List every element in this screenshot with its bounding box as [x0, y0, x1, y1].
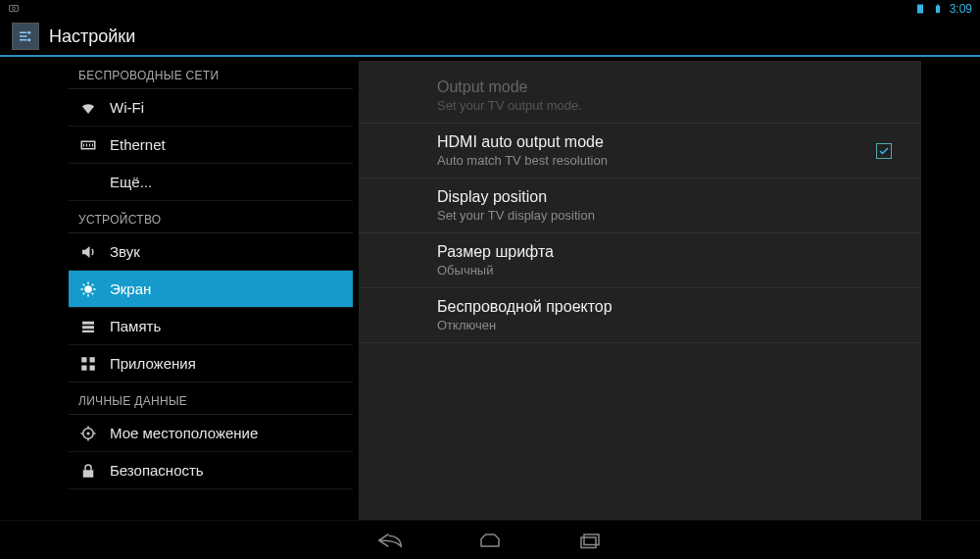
status-bar: 3:09 [0, 0, 980, 18]
settings-sidebar: БЕСПРОВОДНЫЕ СЕТИWi-FiEthernetЕщё...УСТР… [0, 57, 353, 520]
svg-point-8 [84, 285, 92, 293]
detail-item-display-position[interactable]: Display positionSet your TV display posi… [359, 178, 921, 233]
svg-rect-14 [81, 365, 86, 370]
detail-title: HDMI auto output mode [437, 133, 902, 151]
lock-icon [78, 461, 98, 481]
detail-subtitle: Обычный [437, 263, 902, 278]
sd-icon [914, 3, 926, 15]
section-header: БЕСПРОВОДНЫЕ СЕТИ [69, 57, 353, 89]
svg-point-6 [27, 38, 30, 41]
sidebar-item-label: Мое местоположение [110, 425, 258, 441]
detail-item-hdmi-auto[interactable]: HDMI auto output modeAuto match TV best … [359, 124, 921, 178]
sidebar-item-label: Безопасность [110, 462, 204, 479]
svg-rect-12 [81, 357, 86, 362]
svg-rect-15 [90, 365, 95, 370]
clock: 3:09 [950, 2, 972, 16]
svg-rect-4 [937, 4, 939, 5]
ethernet-icon [78, 135, 98, 155]
sidebar-item-label: Ещё... [110, 174, 152, 190]
svg-rect-10 [82, 326, 94, 329]
detail-subtitle: Отключен [437, 318, 902, 332]
sidebar-item-label: Звук [110, 243, 140, 260]
location-icon [78, 424, 98, 443]
detail-title: Output mode [437, 78, 902, 96]
checkbox[interactable] [876, 143, 892, 159]
sidebar-item-display[interactable]: Экран [69, 271, 353, 308]
sidebar-item-ethernet[interactable]: Ethernet [69, 127, 353, 164]
svg-point-5 [27, 31, 30, 34]
wifi-icon [78, 98, 98, 118]
detail-item-font-size[interactable]: Размер шрифтаОбычный [359, 233, 921, 288]
detail-title: Display position [437, 188, 902, 206]
svg-point-17 [87, 432, 90, 434]
svg-rect-11 [82, 330, 94, 331]
page-title: Настройки [49, 26, 135, 47]
detail-title: Беспроводной проектор [437, 298, 902, 316]
svg-rect-18 [83, 470, 94, 478]
sidebar-item-label: Ethernet [110, 136, 166, 153]
svg-rect-9 [82, 321, 94, 324]
sidebar-item-location[interactable]: Мое местоположение [69, 415, 353, 452]
sidebar-item-apps[interactable]: Приложения [69, 345, 353, 382]
sidebar-item-label: Wi-Fi [110, 99, 144, 116]
home-button[interactable] [474, 529, 506, 552]
sidebar-item-label: Экран [110, 280, 151, 297]
svg-rect-13 [90, 357, 95, 362]
display-icon [78, 280, 98, 299]
sidebar-item-sound[interactable]: Звук [69, 233, 353, 271]
sidebar-item-label: Приложения [110, 355, 196, 372]
sidebar-item-wifi[interactable]: Wi-Fi [69, 89, 353, 127]
sidebar-item-label: Память [110, 318, 161, 334]
detail-subtitle: Auto match TV best resolution [437, 153, 902, 168]
back-button[interactable] [374, 529, 406, 552]
detail-item-wireless-display[interactable]: Беспроводной проекторОтключен [359, 288, 921, 343]
battery-icon [932, 3, 944, 15]
app-header: Настройки [0, 18, 980, 57]
svg-rect-3 [936, 6, 940, 14]
detail-title: Размер шрифта [437, 243, 902, 261]
detail-pane: Output modeSet your TV output mode.HDMI … [359, 61, 921, 520]
sidebar-item-more[interactable]: Ещё... [69, 164, 353, 201]
sidebar-item-storage[interactable]: Память [69, 308, 353, 345]
storage-icon [78, 317, 98, 336]
navigation-bar [0, 520, 980, 559]
detail-subtitle: Set your TV display position [437, 208, 902, 223]
settings-icon [12, 23, 39, 50]
section-header: ЛИЧНЫЕ ДАННЫЕ [69, 382, 353, 415]
sound-icon [78, 242, 98, 262]
svg-rect-0 [10, 6, 19, 12]
svg-rect-2 [917, 5, 923, 14]
status-left [8, 2, 20, 16]
recents-button[interactable] [574, 529, 606, 552]
sidebar-item-security[interactable]: Безопасность [69, 452, 353, 489]
camera-icon [8, 2, 20, 14]
section-header: УСТРОЙСТВО [69, 201, 353, 233]
detail-item-output-mode: Output modeSet your TV output mode. [359, 69, 921, 124]
detail-subtitle: Set your TV output mode. [437, 98, 902, 113]
apps-icon [78, 354, 98, 374]
svg-point-1 [13, 7, 16, 10]
